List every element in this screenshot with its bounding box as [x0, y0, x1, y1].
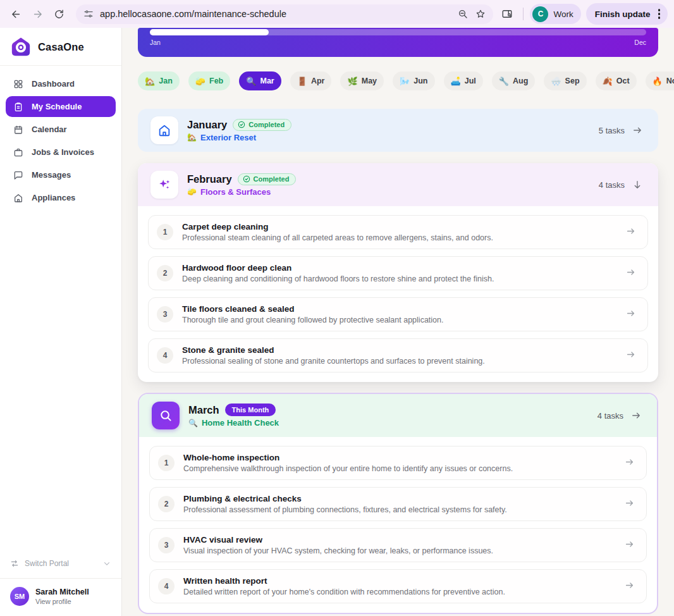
month-pill-sep[interactable]: 🌨️Sep [544, 71, 586, 90]
month-pills-row: 🏡Jan 🧽Feb 🔍Mar 🚪Apr 🌿May 🌬️Jun 🛋️Jul 🔧Au… [138, 71, 658, 90]
task-description: Thorough tile and grout cleaning followe… [182, 316, 443, 324]
month-theme: Floors & Surfaces [200, 187, 271, 197]
task-row[interactable]: 4 Written health report Detailed written… [149, 569, 647, 603]
arrow-right-icon[interactable] [630, 410, 642, 421]
pill-label: May [362, 77, 377, 85]
main-content: Jan Dec 🏡Jan 🧽Feb 🔍Mar 🚪Apr 🌿May 🌬️Jun 🛋… [122, 28, 674, 616]
task-row[interactable]: 2 Hardwood floor deep clean Deep cleanin… [148, 256, 648, 290]
arrow-right-icon[interactable] [624, 498, 635, 511]
task-row[interactable]: 3 Tile floors cleaned & sealed Thorough … [148, 297, 648, 331]
year-progress-banner: Jan Dec [138, 28, 658, 57]
arrow-down-icon[interactable] [632, 179, 643, 190]
sidebar-item-label: Messages [32, 170, 71, 180]
task-row[interactable]: 1 Whole-home inspection Comprehensive wa… [149, 446, 647, 480]
sidebar-item-label: Jobs & Invoices [32, 147, 94, 157]
side-panel-search-button[interactable] [498, 4, 517, 23]
month-pill-oct[interactable]: 🍂Oct [596, 71, 637, 90]
pill-label: Jun [414, 77, 427, 85]
month-pill-jun[interactable]: 🌬️Jun [393, 71, 434, 90]
sidebar-item-messages[interactable]: Messages [6, 164, 116, 185]
house-icon [13, 193, 23, 203]
swap-arrows-icon [10, 559, 19, 568]
month-pill-jan[interactable]: 🏡Jan [138, 71, 180, 90]
arrow-right-icon[interactable] [632, 125, 643, 136]
jun-emoji-icon: 🌬️ [400, 77, 410, 85]
sidebar: CasaOne Dashboard My Schedule Calendar [0, 28, 122, 616]
browser-reload-button[interactable] [49, 4, 68, 23]
march-icon-tile [152, 402, 180, 429]
february-icon-tile [150, 171, 178, 199]
brand-logo[interactable]: CasaOne [0, 28, 121, 66]
arrow-right-icon[interactable] [625, 349, 636, 362]
month-pill-aug[interactable]: 🔧Aug [492, 71, 536, 90]
user-avatar: SM [10, 587, 29, 606]
browser-forward-button[interactable] [28, 4, 47, 23]
finish-update-button[interactable]: Finish update [586, 3, 668, 25]
sidebar-item-jobs-invoices[interactable]: Jobs & Invoices [6, 142, 116, 163]
sidebar-item-dashboard[interactable]: Dashboard [6, 73, 116, 94]
month-theme: Home Health Check [202, 418, 279, 428]
month-pill-apr[interactable]: 🚪Apr [290, 71, 332, 90]
task-title: Carpet deep cleaning [182, 222, 493, 231]
browser-back-button[interactable] [6, 4, 25, 23]
task-row[interactable]: 1 Carpet deep cleaning Professional stea… [148, 215, 648, 249]
side-panel-icon [501, 8, 513, 20]
month-card-january: January Completed 🏡 Exterior Reset [138, 109, 658, 152]
january-header[interactable]: January Completed 🏡 Exterior Reset [138, 109, 658, 152]
task-title: HVAC visual review [183, 535, 493, 545]
month-pill-feb[interactable]: 🧽Feb [188, 71, 230, 90]
view-profile-link[interactable]: View profile [35, 598, 89, 605]
arrow-right-icon[interactable] [624, 580, 635, 593]
sidebar-item-appliances[interactable]: Appliances [6, 187, 116, 208]
task-count: 4 tasks [597, 411, 623, 421]
task-row[interactable]: 2 Plumbing & electrical checks Professio… [149, 487, 647, 521]
month-title: February [187, 173, 232, 185]
clipboard-icon [13, 102, 23, 112]
task-description: Detailed written report of your home's c… [183, 588, 505, 596]
zoom-icon[interactable] [458, 9, 468, 19]
user-profile[interactable]: SM Sarah Mitchell View profile [0, 579, 121, 616]
month-pill-nov[interactable]: 🔥Nov [646, 71, 674, 90]
dashboard-grid-icon [13, 79, 23, 89]
february-header[interactable]: February Completed 🧽 Floors & Surfaces [138, 163, 658, 206]
task-row[interactable]: 4 Stone & granite sealed Professional se… [148, 338, 648, 373]
task-title: Whole-home inspection [183, 453, 513, 462]
march-header[interactable]: March This Month 🔍 Home Health Check 4 t… [139, 394, 657, 437]
arrow-right-icon[interactable] [625, 267, 636, 280]
url-text[interactable]: app.hellocasaone.com/maintenance-schedul… [100, 9, 451, 19]
forward-arrow-icon [32, 9, 43, 20]
arrow-right-icon[interactable] [625, 308, 636, 321]
task-title: Plumbing & electrical checks [183, 494, 507, 503]
bookmark-star-icon[interactable] [475, 9, 486, 19]
address-bar-actions [458, 9, 486, 19]
arrow-right-icon[interactable] [624, 539, 635, 552]
sidebar-item-calendar[interactable]: Calendar [6, 119, 116, 140]
theme-emoji-icon: 🔍 [188, 419, 198, 428]
site-settings-icon[interactable] [83, 9, 94, 19]
task-number: 3 [157, 306, 173, 323]
chat-bubble-icon [13, 170, 23, 180]
check-circle-icon [243, 175, 250, 183]
timeline-end-label: Dec [634, 39, 646, 46]
browser-toolbar: app.hellocasaone.com/maintenance-schedul… [0, 0, 674, 28]
sidebar-item-label: Calendar [32, 125, 67, 134]
switch-portal-button[interactable]: Switch Portal [0, 553, 121, 574]
browser-menu-icon[interactable] [656, 9, 663, 19]
switch-portal-label: Switch Portal [25, 559, 69, 568]
address-bar[interactable]: app.hellocasaone.com/maintenance-schedul… [76, 4, 493, 24]
task-number: 2 [158, 496, 175, 512]
arrow-right-icon[interactable] [624, 457, 635, 470]
arrow-right-icon[interactable] [625, 226, 636, 239]
month-pill-mar[interactable]: 🔍Mar [239, 71, 281, 90]
task-row[interactable]: 3 HVAC visual review Visual inspection o… [149, 528, 647, 562]
browser-profile-chip[interactable]: C Work [530, 4, 580, 24]
sidebar-nav: Dashboard My Schedule Calendar Jobs & In… [0, 66, 121, 208]
month-pill-may[interactable]: 🌿May [340, 71, 384, 90]
sidebar-item-my-schedule[interactable]: My Schedule [6, 96, 116, 117]
user-name: Sarah Mitchell [35, 588, 89, 596]
month-pill-jul[interactable]: 🛋️Jul [444, 71, 483, 90]
casaone-logo-icon [10, 36, 32, 58]
pill-label: Feb [209, 77, 223, 85]
reload-icon [54, 9, 64, 20]
pill-label: Jul [465, 77, 476, 85]
